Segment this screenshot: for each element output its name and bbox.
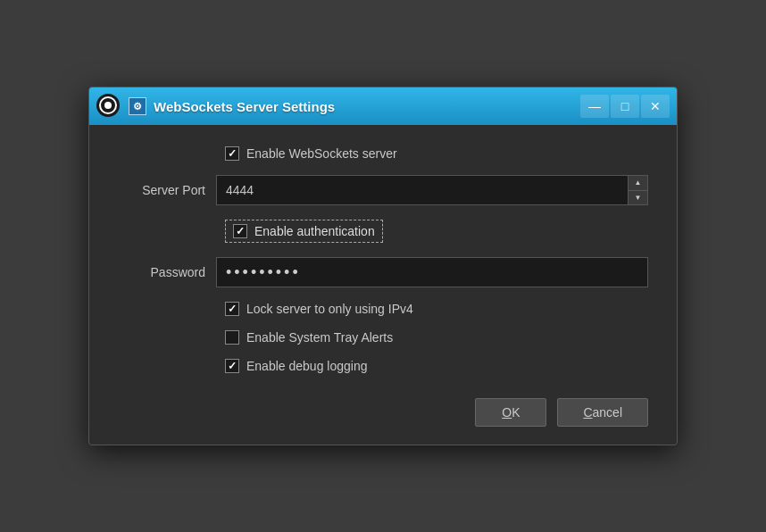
dialog-content: Enable WebSockets server Server Port ▲ ▼… [89, 125, 677, 445]
dialog-buttons: OK Cancel [118, 391, 648, 427]
system-tray-checkbox-label[interactable]: Enable System Tray Alerts [225, 330, 393, 345]
password-input[interactable] [216, 257, 648, 287]
debug-logging-checkbox[interactable] [225, 359, 239, 373]
enable-websockets-label: Enable WebSockets server [246, 146, 397, 161]
server-port-label: Server Port [118, 183, 216, 197]
close-button[interactable]: ✕ [641, 95, 670, 118]
minimize-button[interactable]: — [580, 95, 609, 118]
spin-up-button[interactable]: ▲ [629, 176, 647, 191]
lock-ipv4-row: Lock server to only using IPv4 [118, 302, 648, 316]
cancel-remaining: ancel [593, 405, 622, 420]
password-row: Password [118, 257, 648, 287]
debug-logging-label: Enable debug logging [246, 359, 367, 373]
titlebar: ⚙ WebSockets Server Settings — □ ✕ [89, 87, 677, 125]
cancel-underline-letter: C [583, 405, 592, 420]
window-controls: — □ ✕ [580, 95, 670, 118]
lock-ipv4-label: Lock server to only using IPv4 [246, 302, 413, 316]
enable-auth-label: Enable authentication [254, 224, 375, 238]
window-title: WebSockets Server Settings [154, 99, 573, 114]
password-label: Password [118, 265, 216, 279]
server-port-input-group: ▲ ▼ [216, 175, 648, 205]
enable-auth-row: Enable authentication [118, 220, 648, 243]
ok-button[interactable]: OK [475, 398, 546, 427]
dialog-window: ⚙ WebSockets Server Settings — □ ✕ Enabl… [88, 87, 678, 445]
enable-websockets-checkbox[interactable] [225, 146, 239, 161]
spin-down-button[interactable]: ▼ [629, 191, 647, 205]
enable-websockets-checkbox-label[interactable]: Enable WebSockets server [225, 146, 397, 161]
enable-auth-checkbox-label[interactable]: Enable authentication [225, 220, 383, 243]
server-port-row: Server Port ▲ ▼ [118, 175, 648, 205]
ok-remaining: K [512, 405, 520, 420]
enable-auth-checkbox[interactable] [233, 224, 247, 238]
system-tray-label: Enable System Tray Alerts [246, 330, 393, 345]
debug-logging-row: Enable debug logging [118, 359, 648, 373]
enable-websockets-row: Enable WebSockets server [118, 146, 648, 161]
cancel-button[interactable]: Cancel [557, 398, 648, 427]
maximize-button[interactable]: □ [611, 95, 639, 118]
lock-ipv4-checkbox-label[interactable]: Lock server to only using IPv4 [225, 302, 413, 316]
spin-buttons: ▲ ▼ [629, 175, 648, 205]
app-icon [96, 94, 121, 119]
server-port-input[interactable] [216, 175, 629, 205]
system-tray-checkbox[interactable] [225, 330, 239, 345]
settings-icon: ⚙ [129, 97, 146, 115]
ok-underline-letter: O [502, 405, 512, 420]
debug-logging-checkbox-label[interactable]: Enable debug logging [225, 359, 367, 373]
system-tray-row: Enable System Tray Alerts [118, 330, 648, 345]
lock-ipv4-checkbox[interactable] [225, 302, 239, 316]
